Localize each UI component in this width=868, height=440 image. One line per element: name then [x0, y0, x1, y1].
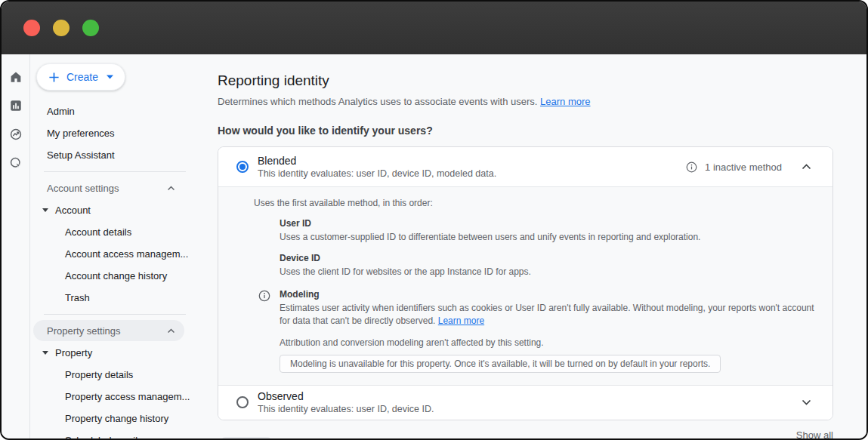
create-button-label: Create [66, 71, 98, 83]
modeling-unavailable-message: Modeling is unavailable for this propert… [280, 355, 721, 373]
sidebar-divider [44, 171, 186, 172]
method-device-id: Device ID Uses the client ID for website… [280, 253, 814, 278]
radio-dot [239, 164, 246, 170]
method-name: Modeling [280, 289, 814, 300]
blended-radio-selected[interactable] [236, 161, 249, 173]
sidebar-item-account-change-history[interactable]: Account change history [30, 265, 205, 287]
method-user-id: User ID Uses a customer-supplied ID to d… [280, 218, 814, 243]
section-label: Property settings [47, 325, 121, 337]
window-titlebar [2, 2, 866, 54]
sidebar-item-property-access-management[interactable]: Property access managem... [30, 386, 205, 408]
footer-controls: Show all Save Cancel [218, 420, 833, 438]
sidebar-item-property-details[interactable]: Property details [30, 364, 205, 386]
reporting-identity-card: Blended This identity evaluates: user ID… [218, 146, 833, 420]
plus-icon [48, 72, 60, 83]
page-subtitle: Determines which methods Analytics uses … [218, 96, 833, 107]
main-content: Reporting identity Determines which meth… [205, 54, 866, 438]
details-intro: Uses the first available method, in this… [254, 198, 814, 208]
collapse-chevron-up-icon[interactable] [802, 164, 811, 170]
sidebar-item-my-preferences[interactable]: My preferences [30, 122, 205, 144]
chevron-up-icon [167, 328, 175, 334]
modeling-learn-more-link[interactable]: Learn more [438, 315, 484, 326]
home-icon[interactable] [9, 70, 23, 84]
section-label: Account settings [47, 183, 119, 194]
explore-icon[interactable] [9, 128, 23, 141]
blended-details-panel: Uses the first available method, in this… [218, 186, 832, 385]
info-icon[interactable] [686, 162, 697, 173]
method-description: Uses a customer-supplied ID to different… [280, 231, 814, 243]
sidebar-item-account[interactable]: Account [30, 199, 205, 221]
parent-label: Property [55, 347, 92, 358]
sidebar-section-property-settings[interactable]: Property settings [33, 320, 184, 341]
blended-option-row[interactable]: Blended This identity evaluates: user ID… [218, 147, 832, 186]
modeling-description: Estimates user activity when identifiers… [280, 302, 814, 326]
left-icon-rail [2, 54, 30, 438]
blended-option-label: Blended [258, 155, 496, 167]
method-description: Uses the client ID for websites or the a… [280, 266, 814, 278]
identity-question: How would you like to identify your user… [218, 125, 833, 137]
blended-option-description: This identity evaluates: user ID, device… [258, 168, 496, 179]
inactive-method-badge: 1 inactive method [705, 162, 782, 173]
chevron-up-icon [167, 186, 175, 191]
sidebar-section-account-settings[interactable]: Account settings [33, 177, 184, 198]
sidebar-item-scheduled-emails[interactable]: Scheduled emails [30, 429, 205, 438]
observed-option-description: This identity evaluates: user ID, device… [258, 404, 434, 414]
method-name: User ID [280, 218, 814, 229]
modeling-note: Attribution and conversion modeling aren… [280, 337, 814, 348]
modeling-description-text: Estimates user activity when identifiers… [280, 303, 814, 325]
create-button[interactable]: Create [36, 63, 125, 91]
expand-chevron-down-icon[interactable] [802, 399, 811, 405]
admin-sidebar: Create Admin My preferences Setup Assist… [30, 54, 205, 438]
show-all-link[interactable]: Show all [796, 429, 833, 438]
advertising-icon[interactable] [9, 156, 23, 170]
method-modeling: Modeling Estimates user activity when id… [280, 289, 814, 326]
app-window: Create Admin My preferences Setup Assist… [0, 0, 868, 440]
subtitle-text: Determines which methods Analytics uses … [218, 96, 537, 107]
create-dropdown-arrow-icon[interactable] [107, 75, 113, 79]
page-title: Reporting identity [218, 72, 833, 89]
caret-down-icon[interactable] [42, 208, 48, 212]
save-button[interactable]: Save [222, 437, 270, 438]
sidebar-divider [44, 314, 186, 315]
zoom-window-button[interactable] [82, 20, 99, 36]
close-window-button[interactable] [23, 20, 40, 36]
observed-radio-unselected[interactable] [236, 396, 249, 408]
method-name: Device ID [280, 253, 814, 263]
sidebar-item-trash[interactable]: Trash [30, 287, 205, 309]
observed-option-label: Observed [258, 390, 434, 402]
traffic-lights [23, 20, 99, 36]
observed-option-row[interactable]: Observed This identity evaluates: user I… [218, 385, 832, 420]
reports-icon[interactable] [9, 99, 23, 112]
sidebar-item-property[interactable]: Property [30, 342, 205, 364]
sidebar-item-admin[interactable]: Admin [30, 100, 205, 122]
minimize-window-button[interactable] [53, 20, 70, 36]
sidebar-nav: Admin My preferences Setup Assistant Acc… [30, 100, 205, 438]
info-icon[interactable] [258, 290, 270, 304]
sidebar-item-property-change-history[interactable]: Property change history [30, 408, 205, 429]
sidebar-item-account-access-management[interactable]: Account access managem... [30, 243, 205, 265]
sidebar-item-setup-assistant[interactable]: Setup Assistant [30, 144, 205, 166]
learn-more-link[interactable]: Learn more [540, 96, 590, 107]
sidebar-item-account-details[interactable]: Account details [30, 221, 205, 243]
caret-down-icon[interactable] [42, 351, 48, 355]
parent-label: Account [55, 205, 91, 216]
